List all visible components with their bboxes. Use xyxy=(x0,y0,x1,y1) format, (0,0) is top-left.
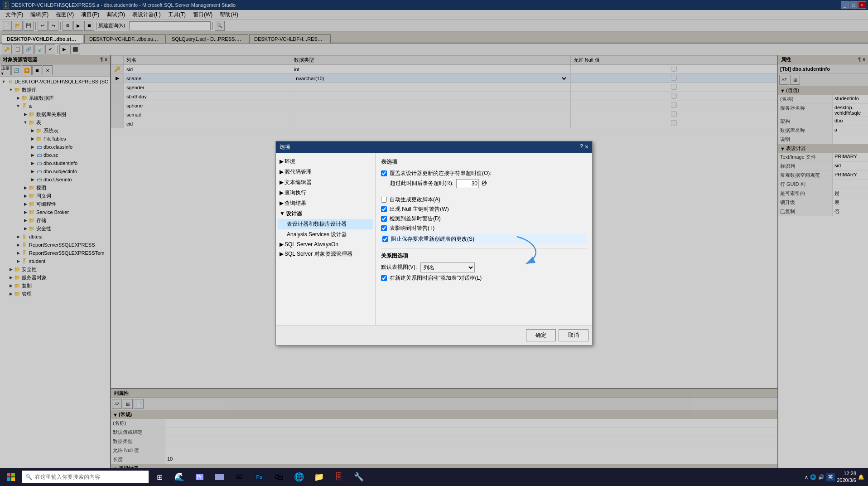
alwayson-label: SQL Server AlwaysOn xyxy=(285,241,338,248)
query-exec-toggle: ▶ xyxy=(280,190,284,196)
divider1 xyxy=(381,192,587,192)
text-editor-label: 文本编辑器 xyxy=(285,179,312,186)
clock-date: 2020/3/6 xyxy=(837,477,856,484)
default-view-row: 默认表视图(V): 列名 xyxy=(381,262,587,272)
notification-icon[interactable]: 🔔 xyxy=(858,474,864,480)
dialog-menu-analysis-services[interactable]: Analysis Services 设计器 xyxy=(278,229,373,240)
ssms-button[interactable]: 🗄 xyxy=(330,468,348,486)
ssms-icon: 🗄 xyxy=(335,472,343,482)
svg-rect-2 xyxy=(11,473,15,476)
options-dialog: 选项 ? × ▶ 环境 ▶ 源代码管理 ▶ 文本编辑器 xyxy=(275,141,593,345)
tools-icon: 🔧 xyxy=(354,472,364,482)
analysis-services-label: Analysis Services 设计器 xyxy=(287,231,347,238)
query-results-toggle: ▶ xyxy=(280,200,284,206)
edge-icon: 🌊 xyxy=(174,472,184,482)
dialog-close-button[interactable]: × xyxy=(585,143,588,151)
dialog-menu-query-results[interactable]: ▶ 查询结果 xyxy=(278,198,373,209)
checkbox-row-prevent-save: 阻止保存要求重新创建表的更改(S) xyxy=(381,234,587,244)
checkbox-autoscript-label: 自动生成更改脚本(A) xyxy=(390,196,440,204)
environment-label: 环境 xyxy=(285,158,295,165)
timeout-label: 超过此时间后事务超时(R): xyxy=(390,180,453,187)
chrome-button[interactable]: 🌐 xyxy=(290,468,308,486)
svg-rect-3 xyxy=(7,477,10,481)
diagram-section-title: 关系图选项 xyxy=(381,252,587,260)
timeout-input[interactable] xyxy=(456,179,479,188)
divider2 xyxy=(381,248,587,248)
folder-taskbar-icon: 📁 xyxy=(314,472,324,482)
premiere-icon: Pr xyxy=(196,474,203,480)
source-control-toggle: ▶ xyxy=(280,169,284,175)
checkbox-add-table[interactable] xyxy=(381,275,387,281)
dialog-menu-source-control[interactable]: ▶ 源代码管理 xyxy=(278,167,373,177)
dialog-body: ▶ 环境 ▶ 源代码管理 ▶ 文本编辑器 ▶ 查询执行 ▶ 查询结果 xyxy=(276,153,592,325)
photoshop-icon: Ps xyxy=(255,474,264,480)
alwayson-toggle: ▶ xyxy=(280,241,284,248)
taskview-button[interactable]: ⊞ xyxy=(150,468,169,486)
checkbox-table-affect[interactable] xyxy=(381,225,387,231)
taskbar: 🔍 在这里输入你要搜索的内容 ⊞ 🌊 Pr Ae ✉ Ps 🛍 🌐 📁 xyxy=(0,468,868,486)
dialog-title-controls: ? × xyxy=(580,143,588,151)
checkbox-override-timeout[interactable] xyxy=(381,170,387,176)
clock-time: 12:28 xyxy=(837,470,856,477)
dialog-menu-table-designer[interactable]: 表设计器和数据库设计器 xyxy=(278,219,373,229)
checkbox-autoscript[interactable] xyxy=(381,197,387,203)
checkbox-prevent-save-label: 阻止保存要求重新创建表的更改(S) xyxy=(391,235,474,243)
dialog-menu-environment[interactable]: ▶ 环境 xyxy=(278,156,373,167)
dialog-left-panel: ▶ 环境 ▶ 源代码管理 ▶ 文本编辑器 ▶ 查询执行 ▶ 查询结果 xyxy=(276,153,376,325)
dialog-help-button[interactable]: ? xyxy=(580,143,583,151)
dialog-menu-alwayson[interactable]: ▶ SQL Server AlwaysOn xyxy=(278,240,373,249)
timeout-unit: 秒 xyxy=(482,180,487,187)
checkbox-override-timeout-label: 覆盖表设计器更新的连接字符串超时值(O): xyxy=(390,170,492,177)
volume-icon: 🔊 xyxy=(818,474,825,480)
edge-button[interactable]: 🌊 xyxy=(170,468,188,486)
dialog-right-panel: 表选项 覆盖表设计器更新的连接字符串超时值(O): 超过此时间后事务超时(R):… xyxy=(376,153,592,325)
cancel-button[interactable]: 取消 xyxy=(559,329,588,341)
dialog-menu-object-explorer[interactable]: ▶ SQL Server 对象资源管理器 xyxy=(278,249,373,259)
dialog-menu-text-editor[interactable]: ▶ 文本编辑器 xyxy=(278,177,373,188)
query-exec-label: 查询执行 xyxy=(285,189,306,197)
aftereffects-icon: Ae xyxy=(215,474,223,480)
premiere-button[interactable]: Pr xyxy=(190,468,208,486)
photoshop-button[interactable]: Ps xyxy=(250,468,268,486)
checkbox-row-table-affect: 表影响到时警告(T) xyxy=(381,224,587,232)
checkbox-add-table-label: 在新建关系图时启动"添加表"对话框(L) xyxy=(390,274,482,282)
text-editor-toggle: ▶ xyxy=(280,179,284,185)
shopping-button[interactable]: 🛍 xyxy=(270,468,288,486)
network-icon: 🌐 xyxy=(810,474,816,480)
dialog-menu-query-exec[interactable]: ▶ 查询执行 xyxy=(278,188,373,198)
source-control-label: 源代码管理 xyxy=(285,168,312,176)
dialog-menu-designer[interactable]: ▼ 设计器 xyxy=(278,209,373,219)
timeout-row: 超过此时间后事务超时(R): 秒 xyxy=(390,179,587,188)
designer-toggle: ▼ xyxy=(280,210,285,217)
tools-button[interactable]: 🔧 xyxy=(350,468,368,486)
tray-icon1: ∧ xyxy=(805,474,808,480)
checkbox-null-pk[interactable] xyxy=(381,206,387,212)
dialog-footer: 确定 取消 xyxy=(276,325,592,345)
checkbox-null-pk-label: 出现 Null 主键时警告(W) xyxy=(390,205,449,213)
object-explorer-menu-toggle: ▶ xyxy=(280,251,284,257)
svg-rect-4 xyxy=(11,477,15,481)
aftereffects-button[interactable]: Ae xyxy=(210,468,228,486)
checkbox-diff-warn[interactable] xyxy=(381,216,387,222)
taskbar-search[interactable]: 🔍 在这里输入你要搜索的内容 xyxy=(22,471,149,483)
taskbar-right: ∧ 🌐 🔊 英 12:28 2020/3/6 🔔 xyxy=(801,470,868,484)
ok-button[interactable]: 确定 xyxy=(526,329,556,341)
chrome-icon: 🌐 xyxy=(294,472,304,482)
default-view-select[interactable]: 列名 xyxy=(420,262,475,272)
checkbox-diff-warn-label: 检测到差异时警告(D) xyxy=(390,215,441,223)
folder-button[interactable]: 📁 xyxy=(310,468,328,486)
table-options-section: 表选项 覆盖表设计器更新的连接字符串超时值(O): 超过此时间后事务超时(R):… xyxy=(381,158,587,282)
shopping-icon: 🛍 xyxy=(275,472,283,482)
start-button[interactable] xyxy=(2,468,20,486)
taskbar-left: 🔍 在这里输入你要搜索的内容 ⊞ 🌊 Pr Ae ✉ Ps 🛍 🌐 📁 xyxy=(0,468,370,486)
dialog-title-text: 选项 xyxy=(280,143,290,151)
checkbox-row-autoscript: 自动生成更改脚本(A) xyxy=(381,196,587,204)
lang-indicator[interactable]: 英 xyxy=(826,473,835,481)
svg-rect-1 xyxy=(7,473,10,476)
checkbox-prevent-save[interactable] xyxy=(382,236,388,242)
clock-display[interactable]: 12:28 2020/3/6 xyxy=(837,470,856,484)
mail-button[interactable]: ✉ xyxy=(230,468,248,486)
search-box-container[interactable]: 🔍 在这里输入你要搜索的内容 xyxy=(22,468,149,486)
dialog-title-bar: 选项 ? × xyxy=(276,141,592,153)
default-view-label: 默认表视图(V): xyxy=(381,263,417,271)
